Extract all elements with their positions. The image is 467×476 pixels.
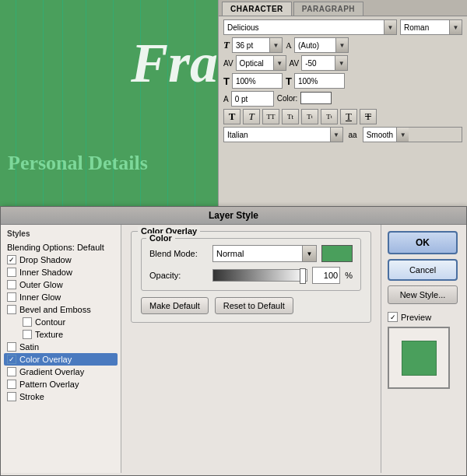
kerning-arrow[interactable]: ▼: [273, 56, 286, 70]
scale-row: T 100% T 100%: [223, 73, 462, 89]
color-overlay-label: Color Overlay: [19, 355, 72, 364]
tracking-arrow[interactable]: ▼: [335, 56, 347, 70]
language-select[interactable]: Italian ▼: [223, 127, 343, 142]
subsection-title-color: Color: [146, 233, 175, 243]
ok-button[interactable]: OK: [388, 231, 458, 254]
kerning-select[interactable]: Optical ▼: [236, 55, 286, 71]
opacity-value-input[interactable]: [312, 267, 340, 284]
leading-select[interactable]: (Auto) ▼: [294, 37, 349, 53]
vscale-value: 100%: [233, 74, 282, 88]
pattern-overlay-checkbox[interactable]: [7, 380, 16, 389]
aa-label-icon: aa: [346, 131, 360, 139]
stroke-checkbox[interactable]: [7, 392, 16, 401]
font-family-value: Delicious: [224, 20, 384, 34]
outer-glow-label: Outer Glow: [19, 280, 63, 289]
leading-arrow[interactable]: ▼: [335, 38, 348, 52]
style-buttons-row: T T TT Tt Tt Tt T T: [223, 109, 462, 124]
guide-line: [113, 0, 114, 206]
font-size-value: 36 pt: [233, 38, 269, 52]
sidebar-item-gradient-overlay[interactable]: Gradient Overlay: [4, 366, 118, 378]
baseline-icon: A: [223, 95, 229, 103]
tab-character[interactable]: CHARACTER: [222, 2, 292, 16]
preview-checkbox[interactable]: ✓: [388, 312, 398, 322]
layer-style-dialog: Layer Style Styles Blending Options: Def…: [0, 206, 467, 476]
inner-shadow-checkbox[interactable]: [7, 268, 16, 277]
allcaps-btn[interactable]: TT: [262, 109, 279, 124]
font-family-arrow[interactable]: ▼: [384, 20, 396, 34]
tracking-input[interactable]: -50 ▼: [301, 55, 348, 71]
stroke-label: Stroke: [19, 392, 44, 401]
contour-checkbox[interactable]: [23, 317, 32, 327]
baseline-input[interactable]: 0 pt: [231, 91, 274, 107]
guide-line: [62, 0, 63, 206]
blend-mode-dropdown[interactable]: Normal ▼: [212, 245, 317, 262]
smallcaps-btn[interactable]: Tt: [282, 109, 299, 124]
color-overlay-section: Color Overlay Color Blend Mode: Normal ▼: [131, 231, 371, 323]
subscript-btn[interactable]: Tt: [321, 109, 338, 124]
character-panel: CHARACTER PARAGRAPH Delicious ▼ Roman ▼ …: [218, 0, 467, 206]
anti-alias-select[interactable]: Smooth ▼: [363, 127, 462, 142]
outer-glow-checkbox[interactable]: [7, 280, 16, 289]
preview-thumbnail: [388, 327, 450, 389]
opacity-slider-thumb[interactable]: [300, 268, 306, 284]
make-default-button[interactable]: Make Default: [141, 297, 209, 314]
font-size-select[interactable]: 36 pt ▼: [232, 37, 283, 53]
sidebar-item-bevel-emboss[interactable]: Bevel and Emboss: [4, 303, 118, 316]
underline-btn[interactable]: T: [340, 109, 357, 124]
tracking-icon: AV: [290, 59, 300, 68]
opacity-slider[interactable]: [212, 269, 307, 282]
color-swatch[interactable]: [300, 92, 332, 104]
language-arrow[interactable]: ▼: [330, 128, 342, 142]
leading-icon: A: [286, 40, 292, 50]
anti-alias-value: Smooth: [363, 128, 396, 142]
texture-checkbox[interactable]: [23, 330, 32, 339]
drop-shadow-label: Drop Shadow: [19, 255, 72, 264]
sidebar-item-outer-glow[interactable]: Outer Glow: [4, 278, 118, 291]
strikethrough-btn[interactable]: T: [360, 109, 377, 124]
sidebar-item-texture[interactable]: Texture: [4, 328, 118, 341]
font-size-arrow[interactable]: ▼: [269, 38, 282, 52]
bold-btn[interactable]: T: [223, 109, 241, 124]
sidebar-item-inner-glow[interactable]: Inner Glow: [4, 291, 118, 303]
blend-mode-dropdown-arrow[interactable]: ▼: [302, 246, 316, 261]
character-panel-content: Delicious ▼ Roman ▼ T 36 pt ▼ A (Auto): [219, 16, 467, 148]
superscript-btn[interactable]: Tt: [301, 109, 318, 124]
font-family-select[interactable]: Delicious ▼: [223, 19, 397, 35]
satin-checkbox[interactable]: [7, 342, 16, 352]
sidebar-item-satin[interactable]: Satin: [4, 341, 118, 353]
color-overlay-checkbox[interactable]: ✓: [7, 355, 16, 364]
sidebar-item-color-overlay[interactable]: ✓ Color Overlay: [4, 353, 118, 366]
vertical-scale-input[interactable]: 100%: [232, 73, 283, 89]
kerning-icon: AV: [223, 59, 234, 68]
satin-label: Satin: [19, 342, 39, 352]
inner-glow-checkbox[interactable]: [7, 292, 16, 302]
font-style-select[interactable]: Roman ▼: [400, 19, 462, 35]
kerning-value: Optical: [237, 56, 273, 70]
guide-line: [43, 0, 44, 206]
anti-alias-arrow[interactable]: ▼: [396, 128, 409, 142]
guide-line: [16, 0, 16, 206]
italic-btn[interactable]: T: [243, 109, 260, 124]
default-btn-row: Make Default Reset to Default: [141, 297, 361, 314]
sidebar-item-pattern-overlay[interactable]: Pattern Overlay: [4, 378, 118, 390]
tab-paragraph[interactable]: PARAGRAPH: [293, 2, 363, 16]
sidebar-item-contour[interactable]: Contour: [4, 316, 118, 328]
reset-to-default-button[interactable]: Reset to Default: [215, 297, 293, 314]
cancel-button[interactable]: Cancel: [388, 259, 458, 281]
new-style-button[interactable]: New Style...: [388, 285, 458, 304]
drop-shadow-checkbox[interactable]: ✓: [7, 255, 16, 264]
dialog-main-content: Color Overlay Color Blend Mode: Normal ▼: [121, 225, 381, 473]
gradient-overlay-checkbox[interactable]: [7, 367, 16, 376]
sidebar-item-stroke[interactable]: Stroke: [4, 390, 118, 403]
sidebar-item-drop-shadow[interactable]: ✓ Drop Shadow: [4, 254, 118, 266]
horizontal-scale-input[interactable]: 100%: [294, 73, 345, 89]
pattern-overlay-label: Pattern Overlay: [19, 380, 79, 389]
sidebar-item-inner-shadow[interactable]: Inner Shadow: [4, 266, 118, 278]
contour-label: Contour: [35, 317, 65, 327]
sidebar-item-blending-options[interactable]: Blending Options: Default: [4, 241, 118, 254]
inner-glow-label: Inner Glow: [19, 292, 61, 302]
font-style-arrow[interactable]: ▼: [449, 20, 462, 34]
color-overlay-swatch[interactable]: [321, 245, 353, 262]
font-size-row: T 36 pt ▼ A (Auto) ▼: [223, 37, 462, 53]
bevel-emboss-checkbox[interactable]: [7, 305, 16, 314]
